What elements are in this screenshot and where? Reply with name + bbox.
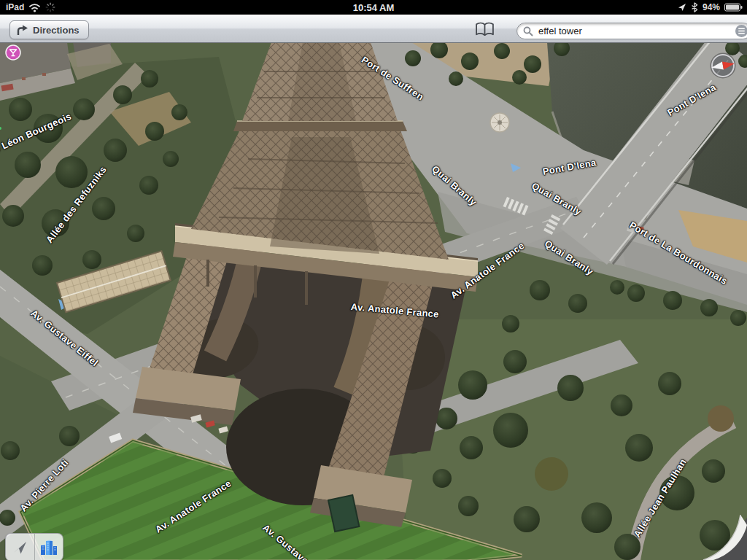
results-list-icon (738, 28, 746, 34)
battery-icon (724, 3, 743, 12)
cocktail-icon (4, 44, 22, 61)
carousel (490, 113, 509, 132)
bluetooth-icon (691, 2, 698, 12)
search-magnifier-icon (523, 26, 533, 36)
map-controls-panel (5, 533, 63, 560)
locate-me-button[interactable] (6, 534, 34, 560)
search-input[interactable] (537, 25, 735, 37)
search-field[interactable] (516, 23, 747, 39)
location-services-icon (678, 3, 686, 12)
3d-buildings-icon (39, 539, 58, 556)
clock: 10:54 AM (0, 2, 747, 13)
location-arrow-icon (11, 539, 28, 556)
turn-right-arrow-icon (16, 24, 28, 36)
page-curl-icon (694, 505, 747, 560)
directions-button[interactable]: Directions (9, 20, 89, 39)
directions-label: Directions (33, 25, 80, 36)
page-curl-button[interactable] (694, 505, 747, 560)
map-canvas[interactable] (0, 42, 747, 560)
top-toolbar: Directions (0, 15, 747, 43)
results-list-button[interactable] (735, 25, 747, 37)
compass-button[interactable] (709, 52, 737, 79)
bookmarks-book-icon (475, 22, 495, 36)
bookmarks-button[interactable] (475, 22, 495, 36)
status-bar: iPad 10:54 AM (0, 0, 747, 15)
toggle-3d-buildings-button[interactable] (35, 534, 63, 560)
ipad-maps-screen: Port de SuffrenPont D'IenaPont D'IenaQua… (0, 0, 747, 560)
cocktail-poi-pin[interactable] (4, 44, 22, 61)
compass-needle-icon (709, 52, 737, 79)
battery-percent: 94% (703, 2, 720, 12)
